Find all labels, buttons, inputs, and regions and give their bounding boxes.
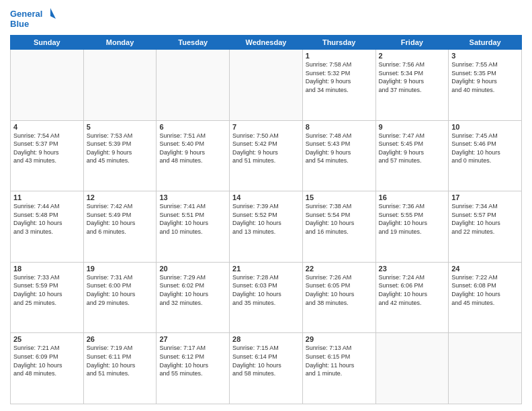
calendar-cell: 6Sunrise: 7:51 AMSunset: 5:40 PMDaylight… <box>157 120 230 191</box>
day-info: Sunrise: 7:38 AMSunset: 5:54 PMDaylight:… <box>306 202 373 236</box>
calendar-cell <box>375 333 449 404</box>
calendar-cell: 13Sunrise: 7:41 AMSunset: 5:51 PMDayligh… <box>157 191 230 263</box>
day-number: 15 <box>306 193 373 201</box>
day-info: Sunrise: 7:47 AMSunset: 5:45 PMDaylight:… <box>379 132 446 165</box>
day-info: Sunrise: 7:44 AMSunset: 5:48 PMDaylight:… <box>13 202 81 236</box>
calendar-cell: 22Sunrise: 7:26 AMSunset: 6:05 PMDayligh… <box>302 262 375 333</box>
calendar-cell: 14Sunrise: 7:39 AMSunset: 5:52 PMDayligh… <box>230 191 303 263</box>
day-number: 3 <box>451 52 519 60</box>
day-number: 19 <box>87 265 154 273</box>
day-number: 13 <box>159 193 226 201</box>
day-info: Sunrise: 7:45 AMSunset: 5:46 PMDaylight:… <box>451 132 519 165</box>
calendar-cell <box>449 333 522 404</box>
calendar-week-row: 4Sunrise: 7:54 AMSunset: 5:37 PMDaylight… <box>11 120 522 191</box>
day-info: Sunrise: 7:21 AMSunset: 6:09 PMDaylight:… <box>13 344 81 377</box>
calendar-cell: 24Sunrise: 7:22 AMSunset: 6:08 PMDayligh… <box>449 262 522 333</box>
day-number: 14 <box>232 193 300 201</box>
day-number: 18 <box>13 265 81 273</box>
calendar-cell: 15Sunrise: 7:38 AMSunset: 5:54 PMDayligh… <box>302 191 375 263</box>
calendar-cell: 21Sunrise: 7:28 AMSunset: 6:03 PMDayligh… <box>230 262 303 333</box>
day-number: 25 <box>13 335 81 343</box>
day-info: Sunrise: 7:33 AMSunset: 5:59 PMDaylight:… <box>13 273 81 307</box>
day-number: 4 <box>13 123 81 131</box>
calendar-cell: 2Sunrise: 7:56 AMSunset: 5:34 PMDaylight… <box>375 50 449 121</box>
calendar-cell: 29Sunrise: 7:13 AMSunset: 6:15 PMDayligh… <box>302 333 375 404</box>
calendar-cell: 11Sunrise: 7:44 AMSunset: 5:48 PMDayligh… <box>11 191 84 263</box>
day-number: 6 <box>159 123 226 131</box>
day-info: Sunrise: 7:54 AMSunset: 5:37 PMDaylight:… <box>13 132 81 165</box>
day-info: Sunrise: 7:41 AMSunset: 5:51 PMDaylight:… <box>159 202 226 236</box>
day-number: 20 <box>159 265 226 273</box>
day-info: Sunrise: 7:34 AMSunset: 5:57 PMDaylight:… <box>451 202 519 236</box>
calendar-week-row: 1Sunrise: 7:58 AMSunset: 5:32 PMDaylight… <box>11 50 522 121</box>
day-info: Sunrise: 7:19 AMSunset: 6:11 PMDaylight:… <box>87 344 154 377</box>
day-info: Sunrise: 7:55 AMSunset: 5:35 PMDaylight:… <box>451 60 519 94</box>
calendar-cell <box>83 50 157 121</box>
day-number: 24 <box>451 265 519 273</box>
calendar-cell: 27Sunrise: 7:17 AMSunset: 6:12 PMDayligh… <box>157 333 230 404</box>
day-number: 9 <box>379 123 446 131</box>
weekday-header: Thursday <box>302 36 375 50</box>
day-info: Sunrise: 7:22 AMSunset: 6:08 PMDaylight:… <box>451 273 519 307</box>
day-info: Sunrise: 7:15 AMSunset: 6:14 PMDaylight:… <box>232 344 300 377</box>
day-number: 2 <box>379 52 446 60</box>
calendar-table: SundayMondayTuesdayWednesdayThursdayFrid… <box>10 35 522 404</box>
weekday-header-row: SundayMondayTuesdayWednesdayThursdayFrid… <box>11 36 522 50</box>
day-number: 16 <box>379 193 446 201</box>
calendar-cell: 20Sunrise: 7:29 AMSunset: 6:02 PMDayligh… <box>157 262 230 333</box>
day-info: Sunrise: 7:42 AMSunset: 5:49 PMDaylight:… <box>87 202 154 236</box>
day-info: Sunrise: 7:17 AMSunset: 6:12 PMDaylight:… <box>159 344 226 377</box>
calendar-cell: 5Sunrise: 7:53 AMSunset: 5:39 PMDaylight… <box>83 120 157 191</box>
day-number: 23 <box>379 265 446 273</box>
day-info: Sunrise: 7:36 AMSunset: 5:55 PMDaylight:… <box>379 202 446 236</box>
calendar-week-row: 25Sunrise: 7:21 AMSunset: 6:09 PMDayligh… <box>11 333 522 404</box>
day-info: Sunrise: 7:26 AMSunset: 6:05 PMDaylight:… <box>306 273 373 307</box>
calendar-cell: 25Sunrise: 7:21 AMSunset: 6:09 PMDayligh… <box>11 333 84 404</box>
logo-svg: General Blue <box>10 7 57 31</box>
calendar-cell: 9Sunrise: 7:47 AMSunset: 5:45 PMDaylight… <box>375 120 449 191</box>
calendar-cell: 16Sunrise: 7:36 AMSunset: 5:55 PMDayligh… <box>375 191 449 263</box>
day-info: Sunrise: 7:58 AMSunset: 5:32 PMDaylight:… <box>306 60 373 94</box>
day-number: 8 <box>306 123 373 131</box>
calendar-cell: 26Sunrise: 7:19 AMSunset: 6:11 PMDayligh… <box>83 333 157 404</box>
day-number: 17 <box>451 193 519 201</box>
weekday-header: Friday <box>375 36 449 50</box>
calendar-cell: 18Sunrise: 7:33 AMSunset: 5:59 PMDayligh… <box>11 262 84 333</box>
day-info: Sunrise: 7:31 AMSunset: 6:00 PMDaylight:… <box>87 273 154 307</box>
calendar-cell: 1Sunrise: 7:58 AMSunset: 5:32 PMDaylight… <box>302 50 375 121</box>
svg-text:General: General <box>10 9 42 19</box>
day-number: 11 <box>13 193 81 201</box>
day-number: 21 <box>232 265 300 273</box>
svg-marker-2 <box>50 8 56 19</box>
weekday-header: Monday <box>83 36 157 50</box>
calendar-cell: 10Sunrise: 7:45 AMSunset: 5:46 PMDayligh… <box>449 120 522 191</box>
calendar-cell: 4Sunrise: 7:54 AMSunset: 5:37 PMDaylight… <box>11 120 84 191</box>
calendar-week-row: 18Sunrise: 7:33 AMSunset: 5:59 PMDayligh… <box>11 262 522 333</box>
day-info: Sunrise: 7:13 AMSunset: 6:15 PMDaylight:… <box>306 344 373 377</box>
day-info: Sunrise: 7:28 AMSunset: 6:03 PMDaylight:… <box>232 273 300 307</box>
day-number: 26 <box>87 335 154 343</box>
weekday-header: Sunday <box>11 36 84 50</box>
calendar-cell <box>230 50 303 121</box>
weekday-header: Tuesday <box>157 36 230 50</box>
svg-text:Blue: Blue <box>10 19 29 29</box>
day-info: Sunrise: 7:29 AMSunset: 6:02 PMDaylight:… <box>159 273 226 307</box>
day-number: 28 <box>232 335 300 343</box>
day-number: 5 <box>87 123 154 131</box>
day-number: 12 <box>87 193 154 201</box>
day-info: Sunrise: 7:24 AMSunset: 6:06 PMDaylight:… <box>379 273 446 307</box>
calendar-cell: 12Sunrise: 7:42 AMSunset: 5:49 PMDayligh… <box>83 191 157 263</box>
weekday-header: Wednesday <box>230 36 303 50</box>
day-info: Sunrise: 7:50 AMSunset: 5:42 PMDaylight:… <box>232 132 300 165</box>
day-number: 7 <box>232 123 300 131</box>
day-info: Sunrise: 7:39 AMSunset: 5:52 PMDaylight:… <box>232 202 300 236</box>
day-info: Sunrise: 7:51 AMSunset: 5:40 PMDaylight:… <box>159 132 226 165</box>
calendar-cell: 17Sunrise: 7:34 AMSunset: 5:57 PMDayligh… <box>449 191 522 263</box>
logo: General Blue <box>10 7 57 31</box>
calendar-cell: 7Sunrise: 7:50 AMSunset: 5:42 PMDaylight… <box>230 120 303 191</box>
calendar-cell <box>11 50 84 121</box>
weekday-header: Saturday <box>449 36 522 50</box>
calendar-cell <box>157 50 230 121</box>
day-number: 29 <box>306 335 373 343</box>
calendar-cell: 3Sunrise: 7:55 AMSunset: 5:35 PMDaylight… <box>449 50 522 121</box>
